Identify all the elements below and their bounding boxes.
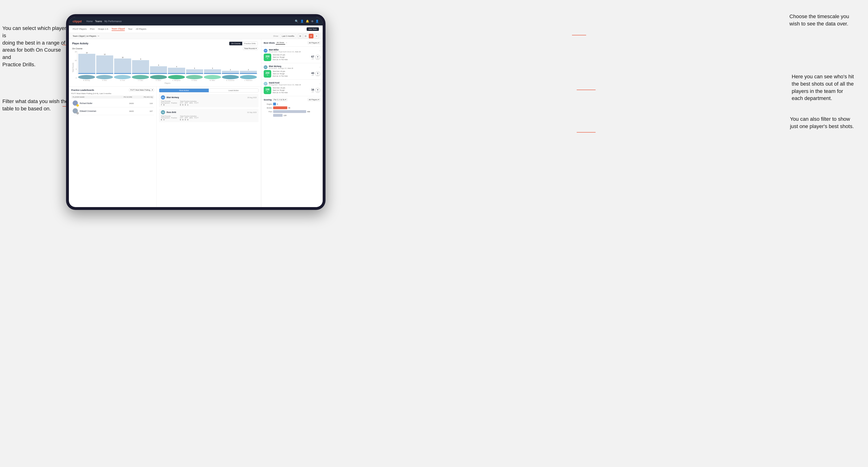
menu-view-icon[interactable]: ≡	[314, 34, 319, 38]
bar-fill-3	[114, 59, 131, 74]
bell-icon[interactable]: 🔔	[306, 20, 309, 23]
main-content: Player Activity On Course Practice Drill…	[69, 39, 323, 207]
subnav-pgat[interactable]: PGAT Players	[73, 28, 87, 31]
scoring-eagles-row: Eagles 3	[264, 102, 320, 105]
shot-score-num-1: 200	[266, 55, 270, 58]
practice-drills-toggle[interactable]: Practice Drills	[242, 42, 257, 45]
practice-dropdown[interactable]: PUTT Must Make Putting... ▾	[129, 88, 154, 92]
profile-icon[interactable]: 👤	[315, 20, 319, 23]
yds-circle-1: 0 yds	[315, 55, 320, 60]
nav-teams[interactable]: Teams	[95, 20, 102, 23]
shot-avatar-3: DF	[264, 82, 268, 86]
shot-score-badge-3: 198 SG	[264, 87, 271, 94]
view-icons: ⊞ ⊟ ♥ ≡	[298, 34, 319, 38]
shots-header: Best Shots All Shots ▾ All Players ▾	[261, 39, 323, 47]
y-label-15: 15	[75, 51, 76, 53]
timescale-dropdown[interactable]: Last 3 months	[280, 34, 296, 38]
subnav-pga[interactable]: PGA	[90, 28, 95, 31]
birdies-value: 96	[288, 107, 290, 109]
yds-label-2: yds	[312, 74, 314, 76]
tournament-label-2: Tournament	[161, 117, 169, 119]
player-info-1: Richard Butler	[80, 102, 115, 104]
rank-badge-2: 2	[76, 112, 79, 115]
shot-dist-3: Shot Dist: 16 yds	[273, 87, 310, 89]
putt-label-2: PUTT	[194, 117, 198, 119]
players-dropdown[interactable]: All Players ▾	[308, 41, 320, 44]
shot-chevron-3[interactable]: ›	[319, 82, 320, 85]
logo: clippd	[73, 20, 82, 23]
nav-my-performance[interactable]: My Performance	[104, 20, 121, 23]
active-date-1: 26 Aug 2023	[247, 97, 257, 98]
y-label-10: 10	[75, 60, 76, 61]
shot-player-info-2: Blair McHarg 23 Jul 2023 · Ashridge GC, …	[269, 65, 293, 69]
annotation-timescale: Choose the timescale you wish to see the…	[789, 13, 849, 28]
extra-value: 115	[283, 115, 286, 117]
yds-circle-num-3: 0	[317, 89, 318, 91]
shot-chevron-1[interactable]: ›	[319, 49, 320, 52]
player-score-1: 19/20	[116, 102, 134, 104]
pars-bar	[273, 110, 306, 113]
shot-yds-2: 43 yds	[311, 72, 314, 76]
least-active-tab[interactable]: Least Active	[209, 89, 258, 92]
annotation-best-shots-4: each department.	[792, 95, 832, 101]
total-rounds-dropdown[interactable]: Total Rounds ▾	[243, 47, 258, 50]
grid-view-icon[interactable]: ⊞	[298, 34, 303, 38]
search-icon[interactable]: 🔍	[295, 20, 299, 23]
most-active-tab[interactable]: Most Active	[159, 89, 209, 92]
most-active-panel: Most Active Least Active BM Blair McHarg…	[157, 87, 261, 207]
shot-chevron-2[interactable]: ›	[319, 66, 320, 68]
nav-home[interactable]: Home	[86, 20, 93, 23]
subnav-tour[interactable]: Tour	[128, 28, 132, 31]
on-course-toggle[interactable]: On Course	[229, 42, 242, 45]
scoring-players-dropdown[interactable]: All Players ▾	[308, 98, 320, 101]
gtt-val-1: 0	[180, 104, 181, 106]
annotation-left-top-2: doing the best in a range of	[2, 40, 65, 46]
player-label-6: G. Billingham	[168, 80, 185, 81]
yds-num-2: 43	[311, 72, 314, 74]
shot-player-header-2: BM Blair McHarg 23 Jul 2023 · Ashridge G…	[264, 65, 320, 69]
activities-vals-1: 0 0 0 1	[180, 104, 198, 106]
edit-icon[interactable]: ✏	[98, 35, 99, 37]
heart-view-icon[interactable]: ♥	[309, 34, 313, 38]
add-team-button[interactable]: Add Team	[307, 27, 319, 31]
team-header: Team Clippd | 14 Players ✏ Show: Last 3 …	[69, 33, 323, 39]
user-icon[interactable]: 👤	[300, 20, 304, 23]
shot-details-3: 198 SG Shot Dist: 16 yds Start Lie: Roug…	[264, 87, 320, 94]
on-course-label: On Course	[72, 48, 83, 50]
rank-badge-1: 1	[76, 104, 79, 106]
yds-circle-2: 0 yds	[315, 71, 320, 76]
avatar-5	[150, 75, 167, 79]
bar-e-crossman: 2	[222, 69, 239, 74]
shot-start-3: Start Lie: Rough	[273, 89, 310, 92]
bar-j-coles: 9	[132, 58, 149, 74]
scoring-section: Scoring Par 3, 4 & 5s ▾ All Players ▾ Ea…	[261, 96, 323, 207]
annotation-left-top-4: Practice Drills.	[2, 62, 36, 67]
shots-title: Best Shots	[264, 42, 275, 44]
course-toggle: On Course Practice Drills	[229, 41, 258, 45]
top-nav: clippd Home Teams My Performance 🔍 👤 🔔 ⊕…	[69, 17, 323, 26]
subnav-all-players[interactable]: All Players	[135, 28, 146, 31]
shot-avatar-2: BM	[264, 65, 268, 69]
stat-rounds-2: Total Rounds Tournament Practice 8 4	[161, 115, 177, 121]
player-activity-header: Player Activity On Course Practice Drill…	[72, 41, 258, 45]
shot-dist-1: Shot Dist: 67 yds	[273, 54, 310, 56]
bar-e-ebert: 5	[150, 64, 167, 74]
par-dropdown[interactable]: Par 3, 4 & 5s ▾	[273, 98, 287, 101]
player-avg-2: 107	[135, 110, 153, 112]
all-shots-tab[interactable]: All Shots	[276, 41, 285, 44]
list-view-icon[interactable]: ⊟	[303, 34, 308, 38]
plus-icon[interactable]: ⊕	[311, 20, 313, 23]
practice-table-header: PLAYER NAME PB SCORE PB AVG SQ	[71, 96, 154, 99]
subnav-hcaps[interactable]: Hcaps 1-5	[98, 28, 108, 31]
yds-num-3: 16	[311, 88, 314, 91]
tablet-frame: clippd Home Teams My Performance 🔍 👤 🔔 ⊕…	[66, 14, 326, 210]
shot-player-info-1: Matt Miller 09 Jun 2023 · Royal North De…	[269, 49, 301, 53]
shot-score-badge-2: 200 SG	[264, 70, 271, 77]
shot-yds-1: 67 yds	[311, 55, 314, 59]
active-avatar-1: BM	[161, 95, 165, 99]
bar-r-britt: 12	[96, 54, 113, 74]
player-label-1: B. McHarg	[78, 80, 95, 81]
player-label-9: E. Crossman	[222, 80, 239, 81]
subnav-team-clippd[interactable]: Team Clippd	[112, 27, 125, 31]
yds-circle-label-1: yds	[317, 58, 319, 59]
